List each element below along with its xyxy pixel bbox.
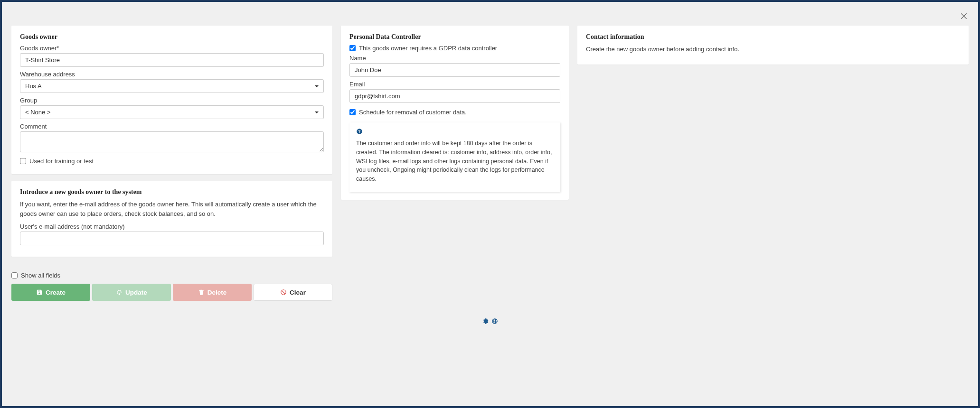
gdpr-info-body: The customer and order info will be kept… [356, 139, 554, 184]
update-button: Update [92, 284, 171, 301]
introduce-email-label: User's e-mail address (not mandatory) [20, 223, 324, 230]
introduce-body: If you want, enter the e-mail address of… [20, 200, 324, 218]
contact-body: Create the new goods owner before adding… [586, 45, 960, 54]
columns: Goods owner Goods owner* Warehouse addre… [11, 11, 969, 301]
column-goods-owner: Goods owner Goods owner* Warehouse addre… [11, 26, 332, 301]
gdpr-info-box: ? The customer and order info will be ke… [349, 122, 560, 192]
refresh-icon [116, 289, 122, 296]
group-label: Group [20, 97, 324, 104]
globe-icon[interactable] [491, 318, 498, 326]
training-label: Used for training or test [29, 158, 94, 165]
delete-button: Delete [173, 284, 252, 301]
training-checkbox[interactable] [20, 158, 26, 164]
goods-owner-name-label: Goods owner* [20, 45, 324, 52]
footer-icons [11, 318, 969, 326]
group-select[interactable]: < None > [20, 105, 324, 119]
column-contact: Contact information Create the new goods… [577, 26, 969, 301]
gdpr-schedule-checkbox[interactable] [349, 109, 356, 115]
goods-owner-card: Goods owner Goods owner* Warehouse addre… [11, 26, 332, 174]
comment-label: Comment [20, 123, 324, 130]
delete-button-label: Delete [207, 289, 227, 296]
warehouse-address-select[interactable]: Hus A [20, 79, 324, 93]
svg-text:?: ? [358, 130, 361, 134]
create-button-label: Create [46, 289, 66, 296]
close-icon [960, 12, 968, 20]
clear-button[interactable]: Clear [254, 284, 332, 301]
goods-owner-title: Goods owner [20, 33, 324, 41]
introduce-card: Introduce a new goods owner to the syste… [11, 181, 332, 257]
warehouse-address-label: Warehouse address [20, 71, 324, 78]
gdpr-name-input[interactable] [349, 63, 560, 77]
svg-line-3 [282, 291, 285, 294]
introduce-title: Introduce a new goods owner to the syste… [20, 188, 324, 196]
clear-button-label: Clear [290, 289, 306, 296]
contact-card: Contact information Create the new goods… [577, 26, 969, 65]
close-button[interactable] [958, 10, 970, 22]
gdpr-schedule-label: Schedule for removal of customer data. [359, 109, 467, 116]
show-all-fields-checkbox[interactable] [11, 272, 18, 278]
trash-icon [198, 289, 205, 296]
gdpr-email-label: Email [349, 81, 560, 88]
column-gdpr: Personal Data Controller This goods owne… [341, 26, 569, 301]
introduce-email-input[interactable] [20, 232, 324, 245]
comment-textarea[interactable] [20, 131, 324, 152]
settings-icon[interactable] [482, 318, 489, 326]
create-button[interactable]: Create [11, 284, 90, 301]
save-icon [36, 289, 43, 296]
page-container: Goods owner Goods owner* Warehouse addre… [2, 2, 978, 406]
gdpr-title: Personal Data Controller [349, 33, 560, 41]
gdpr-require-checkbox[interactable] [349, 45, 356, 51]
info-icon: ? [356, 128, 554, 136]
clear-icon [280, 289, 287, 296]
goods-owner-name-input[interactable] [20, 53, 324, 67]
gdpr-name-label: Name [349, 55, 560, 62]
gdpr-require-label: This goods owner requires a GDPR data co… [359, 45, 497, 52]
bottom-controls: Show all fields Create Update Delete [11, 270, 332, 301]
contact-title: Contact information [586, 33, 960, 41]
button-row: Create Update Delete Clear [11, 284, 332, 301]
gdpr-email-input[interactable] [349, 89, 560, 103]
gdpr-card: Personal Data Controller This goods owne… [341, 26, 569, 200]
update-button-label: Update [125, 289, 147, 296]
show-all-fields-label: Show all fields [21, 272, 60, 279]
